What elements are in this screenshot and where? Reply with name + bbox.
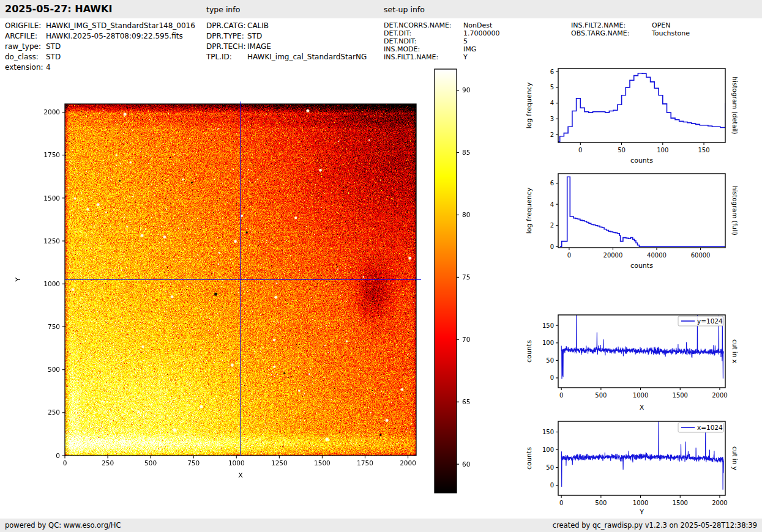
info-value: 1.7000000 [463,29,500,37]
y-tick-label: 1250 [43,237,60,245]
x-tick-label: 0 [559,500,563,506]
y-tick-label: 100 [542,339,554,346]
x-tick-label: 150 [698,147,709,153]
info-label: DPR.CATG: [206,21,247,31]
x-tick-label: 0 [578,147,582,153]
colorbar-tick-label: 60 [462,460,470,468]
y-tick-label: 0 [550,243,554,250]
info-value: HAWKI.2025-05-28T08:09:22.595.fits [46,31,183,42]
y-tick-label: 4 [550,100,554,106]
x-axis-label: counts [630,262,653,270]
info-label: ARCFILE: [5,31,46,42]
y-tick-label: 500 [48,366,60,373]
x-tick-label: 2000 [712,392,727,399]
y-tick-label: 0 [550,374,554,381]
cut-in-x-plot: 0500100015002000050100150Xcountscut in x… [514,305,762,412]
y-axis-label: Y [14,277,22,282]
setup-info-block-2: INS.FILT2.NAME:OPENOBS.TARG.NAME:Touchst… [571,21,690,37]
y-tick-label: 50 [546,357,554,364]
y-tick-label: 6 [550,68,554,75]
info-label: raw_type: [5,42,46,52]
colorbar-frame [435,69,457,493]
x-tick-label: 1000 [228,459,245,467]
x-tick-label: 50 [618,147,626,153]
info-row: DPR.TYPE:STD [206,31,367,42]
x-tick-label: 40000 [647,252,667,259]
y-tick-label: 250 [48,408,60,416]
x-tick-label: 1500 [673,392,688,399]
x-tick-label: 1000 [633,392,648,399]
info-row: INS.MODE:IMG [384,45,500,53]
x-tick-label: 1500 [314,459,331,467]
info-row: DET.NCORRS.NAME:NonDest [384,21,500,29]
qc-report-page: 2025-05-27: HAWKI type info set-up info … [0,0,762,532]
info-row: DPR.TECH:IMAGE [206,42,367,52]
legend-label: x=1024 [697,424,723,431]
x-tick-label: 0 [567,252,571,259]
info-row: DET.DIT:1.7000000 [384,29,500,37]
info-row: DPR.CATG:CALIB [206,21,367,31]
type-info-block: DPR.CATG:CALIBDPR.TYPE:STDDPR.TECH:IMAGE… [206,21,367,62]
x-tick-label: 0 [559,392,563,399]
y-tick-label: 0 [550,482,554,489]
plot-bg [558,174,725,248]
info-label: INS.FILT2.NAME: [571,21,652,29]
colorbar-tick-label: 85 [462,149,470,156]
info-label: OBS.TARG.NAME: [571,29,652,37]
y-tick-label: 1000 [43,280,60,287]
y-tick-label: 2 [550,131,554,138]
x-tick-label: 1750 [357,459,373,467]
footer-right: created by qc_rawdisp.py v1.2.3 on 2025-… [553,519,757,532]
info-label: DET.NDIT: [384,37,463,45]
y-tick-label: 150 [542,429,554,435]
legend-label: y=1024 [697,317,723,325]
y-tick-label: 6 [550,180,554,187]
info-label: INS.MODE: [384,45,463,53]
y-tick-label: 2000 [43,108,60,116]
info-value: IMG [463,45,476,53]
info-label: DET.DIT: [384,29,463,37]
cut-in-y-plot: 0500100015002000050100150Ycountscut in y… [514,409,762,518]
y-tick-label: 50 [546,464,554,471]
y-axis-label: log frequency [525,187,533,234]
info-value: IMAGE [247,42,271,52]
side-label: histogram (detail) [731,76,739,134]
info-row: INS.FILT2.NAME:OPEN [571,21,690,29]
x-axis-label: Y [639,508,644,516]
x-tick-label: 500 [595,500,607,506]
y-axis-label: counts [525,447,533,470]
setup-info-block-1: DET.NCORRS.NAME:NonDestDET.DIT:1.7000000… [384,21,500,61]
x-tick-label: 100 [657,147,668,153]
y-tick-label: 1500 [43,194,60,202]
info-row: INS.FILT1.NAME:Y [384,53,500,61]
histogram-full-plot: 02000040000600000246countslog frequencyh… [514,163,762,271]
y-axis-label: counts [525,340,533,363]
y-tick-label: 4 [550,201,554,208]
y-tick-label: 5 [550,84,554,91]
header-bar: 2025-05-27: HAWKI type info set-up info [0,0,762,18]
colorbar-tick-label: 70 [462,336,470,343]
setup-info-heading: set-up info [384,0,425,19]
info-label: DET.NCORRS.NAME: [384,21,463,29]
colorbar-tick-label: 80 [462,211,470,218]
x-tick-label: 0 [63,459,67,467]
y-tick-label: 150 [542,322,554,329]
side-label: histogram (full) [731,186,739,235]
info-row: DET.NDIT:5 [384,37,500,45]
colorbar-tick-label: 90 [462,86,470,94]
page-title: 2025-05-27: HAWKI [5,0,112,18]
y-tick-label: 0 [56,452,60,459]
y-tick-label: 3 [550,116,554,122]
y-tick-label: 750 [48,323,60,330]
x-tick-label: 20000 [603,252,623,259]
x-tick-label: 750 [187,459,200,467]
main-image-axes: 0250500750100012501500175020000250500750… [0,61,496,498]
info-value: HAWKI_IMG_STD_StandardStar148_0016 [46,21,195,31]
info-row: raw_type:STD [5,42,195,52]
y-tick-label: 100 [542,446,554,453]
info-label: INS.FILT1.NAME: [384,53,463,61]
info-value: Touchstone [652,29,690,37]
x-tick-label: 1000 [633,500,648,506]
y-tick-label: 1750 [43,151,60,158]
info-value: NonDest [463,21,492,29]
